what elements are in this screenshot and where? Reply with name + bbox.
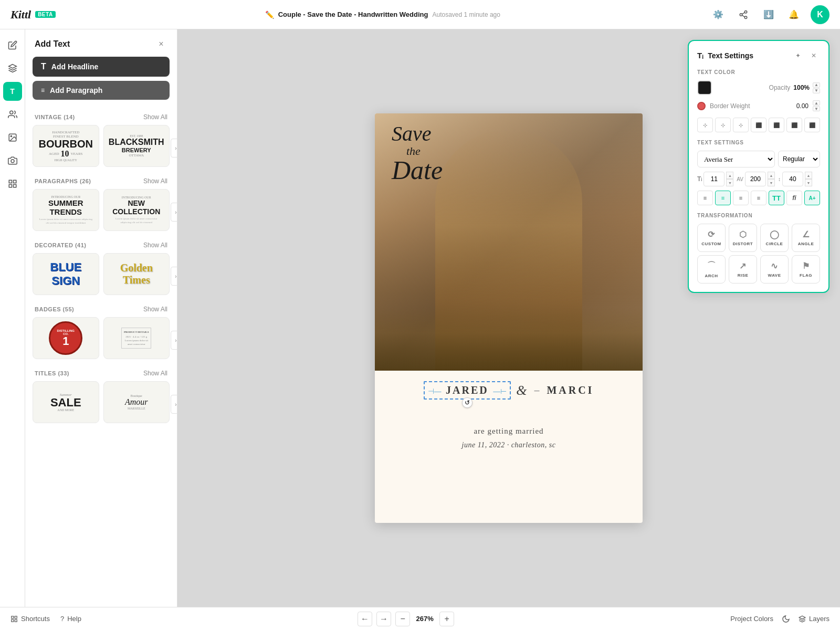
topbar-right: ⚙️ ⬇️ 🔔 K <box>710 5 830 24</box>
vintage-item-2[interactable]: EST. 1988 BLACKSMITH BREWERY OTTAWA <box>103 125 170 167</box>
text-color-swatch[interactable] <box>697 80 712 95</box>
font-size-group: Tᵢ ▲ ▼ <box>697 172 733 186</box>
border-up[interactable]: ▲ <box>813 100 820 106</box>
leading-up[interactable]: ▲ <box>805 172 812 179</box>
panel-close-button[interactable]: × <box>155 38 167 50</box>
add-headline-button[interactable]: T Add Headline <box>33 57 170 77</box>
badges-show-all[interactable]: Show All <box>143 306 167 313</box>
badge-item-2[interactable]: PRODUCT DETAILS 2021 · 4.4 oz / 125 g Lo… <box>103 317 170 359</box>
align-top-right[interactable]: ⊹ <box>733 118 749 132</box>
justify-btn[interactable]: ≡ <box>751 191 766 205</box>
opacity-down[interactable]: ▼ <box>813 88 820 93</box>
titles-scroll-arrow[interactable]: › <box>171 395 177 414</box>
zoom-in-button[interactable]: + <box>439 612 454 626</box>
rp-close-button[interactable]: ✕ <box>807 49 820 62</box>
download-icon[interactable]: ⬇️ <box>760 6 777 23</box>
font-family-select[interactable]: Averia Ser <box>697 151 775 167</box>
paragraphs-show-all[interactable]: Show All <box>143 177 167 185</box>
sidebar-icon-text[interactable]: T <box>3 82 22 101</box>
opacity-control: Opacity 100% ▲ ▼ <box>769 82 820 93</box>
sidebar-icon-grid[interactable] <box>3 174 22 193</box>
align-right-btn[interactable]: ≡ <box>733 191 749 205</box>
notification-icon[interactable]: 🔔 <box>785 6 802 23</box>
transform-angle[interactable]: ∠ ANGLE <box>792 224 820 252</box>
bold-tt-btn[interactable]: TT <box>769 191 784 205</box>
name1-selected[interactable]: ⊣— JARED —⊢ ↺ <box>424 381 511 400</box>
vintage-show-all[interactable]: Show All <box>143 113 167 121</box>
badges-scroll-arrow[interactable]: › <box>171 331 177 350</box>
leading-input[interactable] <box>782 172 803 186</box>
paragraph-item-1[interactable]: INTRODUCING OUR SUMMER TRENDS Lorem ipsu… <box>33 189 99 231</box>
shortcuts-button[interactable]: Shortcuts <box>10 615 50 623</box>
decorated-show-all[interactable]: Show All <box>143 242 167 249</box>
sidebar-icon-people[interactable] <box>3 105 22 124</box>
paragraphs-scroll-arrow[interactable]: › <box>171 203 177 222</box>
border-down[interactable]: ▼ <box>813 106 820 111</box>
align-center-btn[interactable]: ≡ <box>715 191 731 205</box>
rotation-handle[interactable]: ↺ <box>462 397 472 408</box>
title-item-1[interactable]: Summer SALE AND MORE <box>33 381 99 423</box>
tracking-input[interactable] <box>745 172 766 186</box>
tracking-down[interactable]: ▼ <box>768 179 775 186</box>
add-paragraph-button[interactable]: ≡ Add Paragraph <box>33 81 170 100</box>
app-logo[interactable]: Kittl <box>10 8 31 22</box>
badges-grid: DISTILLINGCO. 1 PRODUCT DETAILS 2021 · 4… <box>25 317 177 363</box>
sidebar-icon-layers[interactable] <box>3 59 22 78</box>
case-btn[interactable]: A+ <box>804 191 820 205</box>
align-center-v[interactable]: ⬛ <box>769 118 784 132</box>
paragraph-item-2[interactable]: INTRODUCING OUR NEW COLLECTION Lorem ips… <box>103 189 170 231</box>
layers-button[interactable]: Layers <box>799 615 830 623</box>
vintage-item-1[interactable]: HANDCRAFTEDFINEST BLEND BOURBON AGED 10 … <box>33 125 99 167</box>
transform-arch[interactable]: ⌒ ARCH <box>697 255 726 284</box>
transform-rise[interactable]: ↗ RISE <box>729 255 757 284</box>
titles-show-all[interactable]: Show All <box>143 370 167 377</box>
settings-icon[interactable]: ⚙️ <box>710 6 727 23</box>
vintage-scroll-arrow[interactable]: › <box>171 139 177 158</box>
wave-icon: ∿ <box>771 261 778 271</box>
sidebar-icon-image[interactable] <box>3 128 22 147</box>
align-top-left[interactable]: ⊹ <box>697 118 713 132</box>
align-distribute[interactable]: ⬛ <box>804 118 820 132</box>
sidebar-icon-camera[interactable] <box>3 151 22 170</box>
panel-title: Add Text <box>35 39 70 49</box>
transform-circle[interactable]: ◯ CIRCLE <box>760 224 789 252</box>
transform-distort[interactable]: ⬡ DISTORT <box>729 224 757 252</box>
ligature-btn[interactable]: fi <box>786 191 802 205</box>
decorated-title: DECORATED (41) <box>35 242 86 248</box>
transform-wave[interactable]: ∿ WAVE <box>760 255 789 284</box>
leading-down[interactable]: ▼ <box>805 179 812 186</box>
project-colors-button[interactable]: Project Colors <box>730 615 773 623</box>
align-bottom[interactable]: ⬛ <box>786 118 802 132</box>
leading-icon: ↕ <box>778 176 781 182</box>
font-style-select[interactable]: Regular Bold Italic <box>778 151 820 167</box>
align-top-center[interactable]: ⊹ <box>715 118 731 132</box>
font-size-input[interactable] <box>704 172 724 186</box>
canvas-area: Save the Date ⊣— JARED —⊢ ↺ <box>177 29 840 607</box>
nav-prev-button[interactable]: ← <box>358 612 372 626</box>
align-left-btn[interactable]: ≡ <box>697 191 713 205</box>
align-middle[interactable]: ⬛ <box>751 118 766 132</box>
decorated-item-2[interactable]: GoldenTimes <box>103 253 170 295</box>
nav-next-button[interactable]: → <box>376 612 391 626</box>
zoom-out-button[interactable]: − <box>395 612 410 626</box>
help-button[interactable]: ? Help <box>60 615 81 623</box>
rp-pin-button[interactable]: ✦ <box>792 49 804 62</box>
decorated-item-1[interactable]: BLUE SIGN <box>33 253 99 295</box>
text-settings-panel: Tᵢ Text Settings ✦ ✕ TEXT COLOR Opacity … <box>688 40 830 293</box>
left-panel: Add Text × T Add Headline ≡ Add Paragrap… <box>25 29 177 607</box>
user-avatar[interactable]: K <box>811 5 830 24</box>
font-size-up[interactable]: ▲ <box>726 172 733 179</box>
tracking-up[interactable]: ▲ <box>768 172 775 179</box>
decorated-scroll-arrow[interactable]: › <box>171 267 177 286</box>
project-title[interactable]: Couple - Save the Date - Handwritten Wed… <box>278 10 428 18</box>
sidebar-icon-edit[interactable] <box>3 36 22 55</box>
badge-item-1[interactable]: DISTILLINGCO. 1 <box>33 317 99 359</box>
transform-flag[interactable]: ⚑ FLAG <box>792 255 820 284</box>
theme-toggle[interactable] <box>782 615 790 623</box>
opacity-up[interactable]: ▲ <box>813 82 820 88</box>
bottom-bar: Shortcuts ? Help ← → − 267% + Project Co… <box>0 607 840 630</box>
font-size-down[interactable]: ▼ <box>726 179 733 186</box>
transform-custom[interactable]: ⟳ CUSTOM <box>697 224 726 252</box>
title-item-2[interactable]: Boutique Amour MARSEILLE <box>103 381 170 423</box>
share-icon[interactable] <box>735 6 752 23</box>
